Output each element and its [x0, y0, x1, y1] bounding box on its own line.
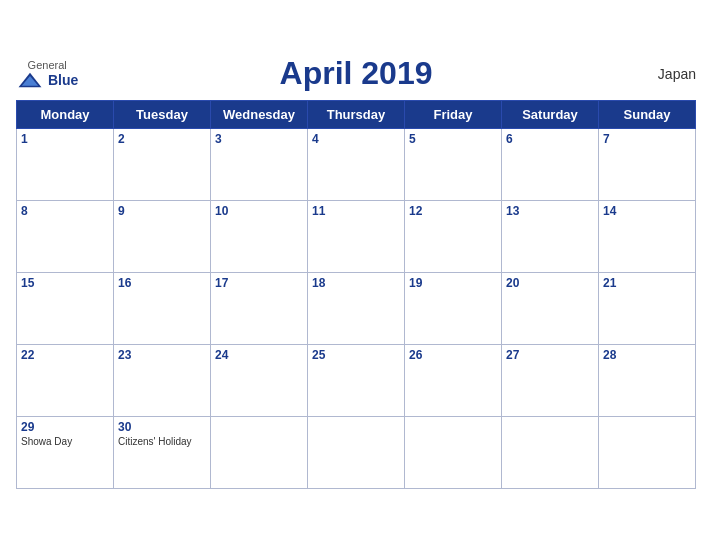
date-number: 30 — [118, 420, 206, 434]
calendar-cell: 17 — [211, 273, 308, 345]
date-number: 8 — [21, 204, 109, 218]
date-number: 2 — [118, 132, 206, 146]
logo-blue: Blue — [48, 72, 78, 88]
calendar-wrapper: General Blue April 2019 Japan Monday Tue… — [0, 45, 712, 505]
calendar-cell: 16 — [114, 273, 211, 345]
logo: General Blue — [16, 59, 78, 89]
date-number: 13 — [506, 204, 594, 218]
date-number: 16 — [118, 276, 206, 290]
calendar-cell: 11 — [308, 201, 405, 273]
calendar-cell — [599, 417, 696, 489]
calendar-cell: 29Showa Day — [17, 417, 114, 489]
calendar-cell: 30Citizens' Holiday — [114, 417, 211, 489]
date-number: 4 — [312, 132, 400, 146]
calendar-header: General Blue April 2019 Japan — [16, 55, 696, 92]
date-number: 26 — [409, 348, 497, 362]
calendar-cell — [308, 417, 405, 489]
week-row-3: 15161718192021 — [17, 273, 696, 345]
calendar-cell: 15 — [17, 273, 114, 345]
date-number: 1 — [21, 132, 109, 146]
holiday-name: Showa Day — [21, 436, 109, 447]
calendar-cell: 25 — [308, 345, 405, 417]
weekday-friday: Friday — [405, 101, 502, 129]
calendar-cell: 4 — [308, 129, 405, 201]
calendar-cell — [211, 417, 308, 489]
date-number: 9 — [118, 204, 206, 218]
calendar-cell: 24 — [211, 345, 308, 417]
weekday-thursday: Thursday — [308, 101, 405, 129]
weekday-monday: Monday — [17, 101, 114, 129]
calendar-title: April 2019 — [280, 55, 433, 92]
date-number: 25 — [312, 348, 400, 362]
calendar-table: Monday Tuesday Wednesday Thursday Friday… — [16, 100, 696, 489]
calendar-cell: 10 — [211, 201, 308, 273]
date-number: 6 — [506, 132, 594, 146]
week-row-5: 29Showa Day30Citizens' Holiday — [17, 417, 696, 489]
calendar-cell: 9 — [114, 201, 211, 273]
date-number: 17 — [215, 276, 303, 290]
date-number: 20 — [506, 276, 594, 290]
calendar-cell: 27 — [502, 345, 599, 417]
calendar-cell: 21 — [599, 273, 696, 345]
date-number: 5 — [409, 132, 497, 146]
date-number: 7 — [603, 132, 691, 146]
calendar-cell: 5 — [405, 129, 502, 201]
weekday-tuesday: Tuesday — [114, 101, 211, 129]
calendar-cell: 8 — [17, 201, 114, 273]
logo-icon — [16, 71, 44, 89]
calendar-cell: 22 — [17, 345, 114, 417]
logo-general: General — [28, 59, 67, 71]
calendar-cell: 19 — [405, 273, 502, 345]
calendar-cell: 14 — [599, 201, 696, 273]
date-number: 29 — [21, 420, 109, 434]
calendar-cell: 1 — [17, 129, 114, 201]
date-number: 14 — [603, 204, 691, 218]
date-number: 27 — [506, 348, 594, 362]
date-number: 23 — [118, 348, 206, 362]
weekday-saturday: Saturday — [502, 101, 599, 129]
calendar-cell: 13 — [502, 201, 599, 273]
date-number: 18 — [312, 276, 400, 290]
country-label: Japan — [658, 66, 696, 82]
weekday-header-row: Monday Tuesday Wednesday Thursday Friday… — [17, 101, 696, 129]
calendar-cell: 2 — [114, 129, 211, 201]
date-number: 22 — [21, 348, 109, 362]
date-number: 12 — [409, 204, 497, 218]
weekday-sunday: Sunday — [599, 101, 696, 129]
calendar-cell: 7 — [599, 129, 696, 201]
calendar-cell: 12 — [405, 201, 502, 273]
date-number: 24 — [215, 348, 303, 362]
date-number: 15 — [21, 276, 109, 290]
date-number: 11 — [312, 204, 400, 218]
date-number: 21 — [603, 276, 691, 290]
week-row-4: 22232425262728 — [17, 345, 696, 417]
calendar-cell: 3 — [211, 129, 308, 201]
calendar-cell: 28 — [599, 345, 696, 417]
holiday-name: Citizens' Holiday — [118, 436, 206, 447]
calendar-cell: 23 — [114, 345, 211, 417]
weekday-wednesday: Wednesday — [211, 101, 308, 129]
date-number: 19 — [409, 276, 497, 290]
calendar-cell: 26 — [405, 345, 502, 417]
calendar-cell — [502, 417, 599, 489]
calendar-cell: 20 — [502, 273, 599, 345]
date-number: 28 — [603, 348, 691, 362]
calendar-cell: 6 — [502, 129, 599, 201]
calendar-cell — [405, 417, 502, 489]
calendar-cell: 18 — [308, 273, 405, 345]
date-number: 10 — [215, 204, 303, 218]
week-row-1: 1234567 — [17, 129, 696, 201]
date-number: 3 — [215, 132, 303, 146]
week-row-2: 891011121314 — [17, 201, 696, 273]
